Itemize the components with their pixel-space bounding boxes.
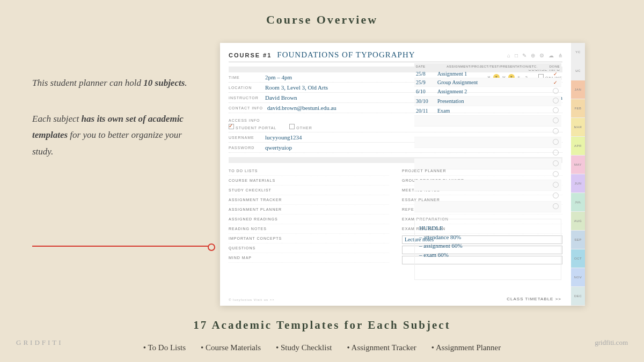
notes-line: – assignment 60% [419,241,557,250]
course-number: COURSE #1 [229,52,272,58]
bullet-item: • Study Checklist [276,343,332,352]
table-row[interactable] [414,116,561,127]
month-tab[interactable]: MAR [571,118,585,137]
globe-icon[interactable]: ⊕ [531,53,535,58]
other-checkbox[interactable] [289,124,295,129]
desc-text: This student planner can hold [32,78,143,88]
col-header: DATE [416,65,437,68]
month-tab[interactable]: FEB [571,99,585,118]
template-link[interactable]: ASSIGNMENT TRACKER [229,195,389,205]
field-label: USERNAME [229,136,261,139]
month-tab[interactable]: DEC [571,287,585,306]
footer-credit: © lucylucius Visit us >> [229,298,275,301]
month-tab[interactable]: JUL [571,193,585,212]
bullet-item: • Assignment Tracker [347,343,416,352]
table-row[interactable] [414,148,561,159]
field-label: LOCATION [229,86,261,90]
month-tab[interactable]: OCT [571,249,585,268]
template-link[interactable]: MIND MAP [229,253,389,263]
field-value[interactable]: David Brown [265,94,297,101]
page-title: Course Overview [0,0,644,27]
month-tab[interactable]: JUN [571,174,585,193]
template-link[interactable]: ASSIGNED READINGS [229,215,389,224]
col-header: ASSIGNMENT/PROJECT/TEST/PRESENTATION/ETC… [437,65,547,68]
month-tab[interactable]: UC [571,62,585,80]
table-row[interactable]: 25/8Assignment 1✓ [414,70,561,78]
month-tab[interactable]: JAN [571,80,585,99]
share-icon[interactable]: ⋔ [558,53,562,58]
month-tab[interactable]: SEP [571,231,585,249]
field-value[interactable]: 2pm – 4pm [265,74,292,80]
notes-title: HURDLE [419,224,557,233]
table-row[interactable] [414,159,561,169]
template-link[interactable]: IMPORTANT CONCEPTS [229,234,389,243]
callout-arrow [32,246,215,247]
table-header: DATE ASSIGNMENT/PROJECT/TEST/PRESENTATIO… [414,63,561,70]
edit-icon[interactable]: ✎ [522,53,526,58]
page-icon[interactable]: □ [515,53,518,58]
month-tabs: YCUCJANFEBMARAPRMAYJUNJULAUGSEPOCTNOVDEC [571,43,585,306]
field-label: OTHER [296,126,312,130]
field-label: TIME [229,76,261,79]
brand-logo: GRIDFITI [16,338,63,347]
course-title[interactable]: FOUNDATIONS OF TYPOGRAPHY [277,50,415,60]
table-row[interactable] [414,137,561,148]
bullet-list: • To Do Lists• Course Materials• Study C… [0,343,644,352]
month-tab[interactable]: APR [571,137,585,156]
field-value[interactable]: Room 3, Level 3, Old Arts [265,84,328,91]
cloud-icon[interactable]: ☁ [548,53,554,58]
field-label: PASSWORD [229,146,261,150]
desc-bold: 10 subjects [143,78,185,88]
month-tab[interactable]: NOV [571,268,585,287]
template-link[interactable]: COURSE MATERIALS [229,176,389,186]
col-header: DONE [547,65,560,68]
field-label: CONTACT INFO [229,106,263,110]
notes-area[interactable]: HURDLE – attendance 80% – assignment 60%… [414,219,561,280]
table-row[interactable]: 30/10Presentation [414,97,561,106]
template-link[interactable]: TO DO LISTS [229,166,389,176]
table-row[interactable] [414,127,561,137]
field-label: INSTRUCTOR [229,96,261,100]
home-icon[interactable]: ⌂ [507,53,510,58]
month-tab[interactable]: AUG [571,212,585,231]
field-value[interactable]: david.brown@bestuni.edu.au [267,105,336,111]
template-link[interactable]: ASSIGNMENT PLANNER [229,205,389,215]
month-tab[interactable]: MAY [571,156,585,174]
planner-page: COURSE #1 FOUNDATIONS OF TYPOGRAPHY ⌂ □ … [220,43,585,306]
bullet-item: • Course Materials [201,343,261,352]
notes-line: – attendance 80% [419,233,557,242]
field-label: STUDENT PORTAL [236,126,276,130]
table-row[interactable] [414,202,561,212]
table-row[interactable] [414,191,561,202]
bullet-item: • To Do Lists [143,343,186,352]
table-row[interactable] [414,180,561,191]
subtitle: 17 Academic Templates for Each Subject [0,319,644,332]
desc-text: . [185,78,187,88]
toolbar: ⌂ □ ✎ ⊕ ⚙ ☁ ⋔ [507,53,562,58]
template-link[interactable]: STUDY CHECKLIST [229,186,389,195]
field-value[interactable]: lucyyoung1234 [265,134,302,141]
bullet-item: • Assignment Planner [431,343,501,352]
description: This student planner can hold 10 subject… [32,75,193,179]
month-tab[interactable]: YC [571,43,585,62]
timetable-link[interactable]: CLASS TIMETABLE >> [507,297,561,301]
field-value[interactable]: qwertyuiop [265,144,292,151]
table-row[interactable]: 20/11Exam [414,106,561,116]
portal-checkbox[interactable] [229,124,234,129]
template-link[interactable]: READING NOTES [229,224,389,234]
desc-text: Each subject [32,114,82,124]
table-row[interactable] [414,169,561,180]
brand-url: gridfiti.com [595,338,628,347]
notes-line: – exam 60% [419,250,557,260]
table-row[interactable]: 6/10Assignment 2 [414,87,561,97]
settings-icon[interactable]: ⚙ [539,53,544,58]
table-row[interactable]: 25/9Group Assignment✓ [414,78,561,87]
template-link[interactable]: QUESTIONS [229,243,389,253]
